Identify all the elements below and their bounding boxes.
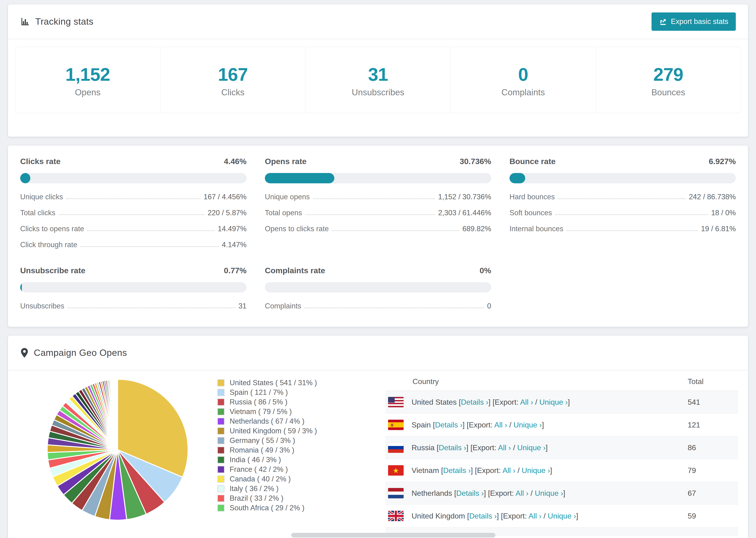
rate-detail-row: Complaints0 bbox=[265, 302, 491, 310]
total-cell: 121 bbox=[688, 421, 738, 429]
legend-label: Netherlands ( 67 / 4% ) bbox=[230, 417, 304, 426]
geo-table-row-united-states: United States [Details ›] [Export: All ›… bbox=[385, 391, 738, 413]
flag-icon-uk bbox=[388, 511, 404, 521]
column-header-country: Country bbox=[385, 377, 688, 386]
legend-label: Italy ( 36 / 2% ) bbox=[230, 484, 279, 493]
legend-swatch bbox=[217, 408, 225, 415]
stat-cell-bounces: 279Bounces bbox=[596, 47, 741, 113]
legend-label: Germany ( 55 / 3% ) bbox=[230, 436, 295, 445]
details-link[interactable]: Details › bbox=[435, 421, 462, 429]
detail-value: 19 / 6.81% bbox=[701, 225, 736, 233]
bar-chart-icon bbox=[20, 17, 30, 27]
legend-label: United Kingdom ( 59 / 3% ) bbox=[230, 427, 317, 435]
legend-label: Russia ( 86 / 5% ) bbox=[230, 398, 287, 406]
detail-label: Soft bounces bbox=[510, 209, 552, 217]
detail-value: 31 bbox=[239, 302, 246, 310]
detail-label: Internal bounces bbox=[510, 225, 563, 233]
export-unique-link[interactable]: Unique › bbox=[525, 534, 554, 536]
stat-label: Opens bbox=[15, 87, 160, 97]
progress-bar bbox=[265, 173, 491, 183]
legend-item-germany: Germany ( 55 / 3% ) bbox=[217, 436, 338, 445]
progress-bar-fill bbox=[265, 173, 334, 183]
geo-content: United States ( 541 / 31% )Spain ( 121 /… bbox=[8, 370, 748, 536]
stat-label: Unsubscribes bbox=[305, 87, 450, 97]
rate-block-complaints-rate: Complaints rate0%Complaints0 bbox=[265, 266, 491, 310]
stat-label: Bounces bbox=[596, 87, 741, 97]
legend-swatch bbox=[217, 447, 225, 454]
dotted-leader bbox=[68, 307, 235, 308]
rate-detail-row: Total clicks220 / 5.87% bbox=[20, 209, 246, 217]
export-basic-stats-button[interactable]: Export basic stats bbox=[652, 13, 736, 31]
flag-icon-us bbox=[388, 397, 404, 407]
stat-cell-complaints: 0Complaints bbox=[451, 47, 596, 113]
legend-swatch bbox=[217, 427, 225, 435]
rate-detail-row: Internal bounces19 / 6.81% bbox=[510, 225, 736, 233]
stat-cell-clicks: 167Clicks bbox=[160, 47, 305, 113]
rate-value: 0.77% bbox=[224, 266, 246, 275]
export-all-link[interactable]: All › bbox=[506, 534, 519, 536]
dotted-leader bbox=[567, 230, 698, 231]
legend-item-united-kingdom: United Kingdom ( 59 / 3% ) bbox=[217, 426, 338, 436]
country-cell: United Kingdom [Details ›] [Export: All … bbox=[411, 512, 578, 520]
geo-table: CountryTotalUnited States [Details ›] [E… bbox=[385, 372, 738, 536]
progress-bar bbox=[20, 282, 246, 293]
legend-swatch bbox=[217, 495, 225, 502]
details-link[interactable]: Details › bbox=[443, 466, 471, 475]
stat-cell-opens: 1,152Opens bbox=[15, 47, 160, 113]
legend-swatch bbox=[217, 485, 225, 492]
export-all-link[interactable]: All › bbox=[494, 421, 507, 429]
legend-item-italy: Italy ( 36 / 2% ) bbox=[217, 484, 338, 493]
horizontal-scrollbar-thumb[interactable] bbox=[291, 533, 495, 538]
stat-label: Clicks bbox=[160, 87, 305, 97]
details-link[interactable]: Details › bbox=[456, 489, 484, 497]
pie-slice-other-43[interactable] bbox=[117, 379, 118, 450]
campaign-geo-opens-card: Campaign Geo Opens United States ( 541 /… bbox=[8, 336, 748, 538]
rate-title: Opens rate bbox=[265, 157, 307, 166]
export-all-link[interactable]: All › bbox=[520, 398, 533, 406]
export-unique-link[interactable]: Unique › bbox=[517, 443, 546, 452]
total-cell: 55 bbox=[688, 534, 738, 536]
export-unique-link[interactable]: Unique › bbox=[548, 512, 576, 520]
detail-value: 2,303 / 61.446% bbox=[438, 209, 491, 217]
dotted-leader bbox=[81, 246, 219, 247]
export-unique-link[interactable]: Unique › bbox=[522, 466, 550, 475]
rate-detail-row: Unique opens1,152 / 30.736% bbox=[265, 193, 491, 201]
legend-item-romania: Romania ( 49 / 3% ) bbox=[217, 445, 338, 455]
rate-value: 4.46% bbox=[224, 157, 246, 166]
summary-stats-row: 1,152Opens167Clicks31Unsubscribes0Compla… bbox=[15, 47, 741, 113]
total-cell: 67 bbox=[688, 489, 738, 498]
legend-swatch bbox=[217, 456, 225, 463]
detail-label: Clicks to opens rate bbox=[20, 225, 84, 233]
export-all-link[interactable]: All › bbox=[515, 489, 528, 497]
export-all-link[interactable]: All › bbox=[503, 466, 515, 475]
dotted-leader bbox=[313, 198, 435, 199]
export-unique-link[interactable]: Unique › bbox=[513, 421, 542, 429]
rate-value: 30.736% bbox=[460, 157, 491, 166]
detail-label: Opens to clicks rate bbox=[265, 225, 329, 233]
page-title: Tracking stats bbox=[35, 17, 93, 27]
legend-swatch bbox=[217, 505, 225, 511]
detail-label: Unique opens bbox=[265, 193, 310, 201]
details-link[interactable]: Details › bbox=[469, 512, 497, 520]
flag-icon-nl bbox=[388, 488, 404, 498]
dotted-leader bbox=[332, 230, 459, 231]
details-link[interactable]: Details › bbox=[461, 398, 488, 406]
legend-label: United States ( 541 / 31% ) bbox=[230, 379, 317, 387]
detail-label: Click through rate bbox=[20, 241, 77, 249]
detail-value: 4.147% bbox=[222, 241, 246, 249]
total-cell: 59 bbox=[688, 512, 738, 520]
stat-cell-unsubscribes: 31Unsubscribes bbox=[305, 47, 451, 113]
legend-swatch bbox=[217, 466, 225, 473]
export-all-link[interactable]: All › bbox=[498, 443, 511, 452]
tracking-stats-card: Tracking stats Export basic stats 1,152O… bbox=[8, 4, 748, 137]
dotted-leader bbox=[304, 307, 484, 308]
map-pin-icon bbox=[20, 348, 28, 358]
export-unique-link[interactable]: Unique › bbox=[539, 398, 568, 406]
legend-label: Spain ( 121 / 7% ) bbox=[230, 388, 288, 397]
legend-swatch bbox=[217, 418, 225, 425]
export-unique-link[interactable]: Unique › bbox=[535, 489, 563, 497]
export-all-link[interactable]: All › bbox=[528, 512, 541, 520]
legend-item-russia: Russia ( 86 / 5% ) bbox=[217, 397, 338, 407]
progress-bar bbox=[20, 173, 246, 183]
details-link[interactable]: Details › bbox=[439, 443, 466, 452]
